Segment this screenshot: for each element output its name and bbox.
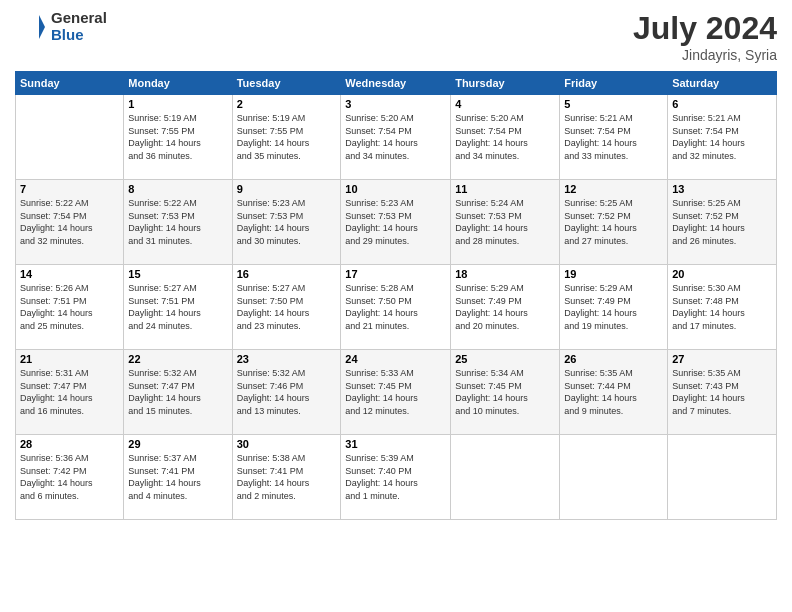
col-saturday: Saturday	[668, 72, 777, 95]
day-info: Sunrise: 5:32 AMSunset: 7:46 PMDaylight:…	[237, 367, 337, 417]
col-wednesday: Wednesday	[341, 72, 451, 95]
table-row: 5Sunrise: 5:21 AMSunset: 7:54 PMDaylight…	[560, 95, 668, 180]
table-row: 6Sunrise: 5:21 AMSunset: 7:54 PMDaylight…	[668, 95, 777, 180]
day-number: 20	[672, 268, 772, 280]
day-info: Sunrise: 5:20 AMSunset: 7:54 PMDaylight:…	[345, 112, 446, 162]
day-info: Sunrise: 5:39 AMSunset: 7:40 PMDaylight:…	[345, 452, 446, 502]
day-info: Sunrise: 5:19 AMSunset: 7:55 PMDaylight:…	[237, 112, 337, 162]
page-header: General Blue July 2024 Jindayris, Syria	[15, 10, 777, 63]
col-friday: Friday	[560, 72, 668, 95]
table-row: 20Sunrise: 5:30 AMSunset: 7:48 PMDayligh…	[668, 265, 777, 350]
day-number: 2	[237, 98, 337, 110]
calendar-week-row: 28Sunrise: 5:36 AMSunset: 7:42 PMDayligh…	[16, 435, 777, 520]
table-row: 17Sunrise: 5:28 AMSunset: 7:50 PMDayligh…	[341, 265, 451, 350]
day-number: 6	[672, 98, 772, 110]
day-number: 14	[20, 268, 119, 280]
day-info: Sunrise: 5:28 AMSunset: 7:50 PMDaylight:…	[345, 282, 446, 332]
table-row: 25Sunrise: 5:34 AMSunset: 7:45 PMDayligh…	[451, 350, 560, 435]
table-row: 14Sunrise: 5:26 AMSunset: 7:51 PMDayligh…	[16, 265, 124, 350]
calendar-week-row: 21Sunrise: 5:31 AMSunset: 7:47 PMDayligh…	[16, 350, 777, 435]
day-number: 11	[455, 183, 555, 195]
day-info: Sunrise: 5:21 AMSunset: 7:54 PMDaylight:…	[564, 112, 663, 162]
day-info: Sunrise: 5:22 AMSunset: 7:53 PMDaylight:…	[128, 197, 227, 247]
day-number: 22	[128, 353, 227, 365]
day-number: 16	[237, 268, 337, 280]
day-number: 26	[564, 353, 663, 365]
table-row: 10Sunrise: 5:23 AMSunset: 7:53 PMDayligh…	[341, 180, 451, 265]
day-number: 27	[672, 353, 772, 365]
svg-marker-0	[39, 15, 45, 39]
table-row: 13Sunrise: 5:25 AMSunset: 7:52 PMDayligh…	[668, 180, 777, 265]
table-row: 2Sunrise: 5:19 AMSunset: 7:55 PMDaylight…	[232, 95, 341, 180]
table-row: 9Sunrise: 5:23 AMSunset: 7:53 PMDaylight…	[232, 180, 341, 265]
day-number: 9	[237, 183, 337, 195]
logo: General Blue	[15, 10, 107, 43]
day-number: 8	[128, 183, 227, 195]
day-number: 12	[564, 183, 663, 195]
table-row: 27Sunrise: 5:35 AMSunset: 7:43 PMDayligh…	[668, 350, 777, 435]
logo-icon	[15, 11, 47, 43]
day-number: 1	[128, 98, 227, 110]
table-row: 31Sunrise: 5:39 AMSunset: 7:40 PMDayligh…	[341, 435, 451, 520]
day-number: 24	[345, 353, 446, 365]
day-number: 19	[564, 268, 663, 280]
day-info: Sunrise: 5:25 AMSunset: 7:52 PMDaylight:…	[672, 197, 772, 247]
month-year: July 2024	[633, 10, 777, 47]
day-info: Sunrise: 5:32 AMSunset: 7:47 PMDaylight:…	[128, 367, 227, 417]
calendar-week-row: 14Sunrise: 5:26 AMSunset: 7:51 PMDayligh…	[16, 265, 777, 350]
day-info: Sunrise: 5:29 AMSunset: 7:49 PMDaylight:…	[564, 282, 663, 332]
col-monday: Monday	[124, 72, 232, 95]
day-info: Sunrise: 5:21 AMSunset: 7:54 PMDaylight:…	[672, 112, 772, 162]
day-info: Sunrise: 5:24 AMSunset: 7:53 PMDaylight:…	[455, 197, 555, 247]
table-row: 3Sunrise: 5:20 AMSunset: 7:54 PMDaylight…	[341, 95, 451, 180]
day-info: Sunrise: 5:23 AMSunset: 7:53 PMDaylight:…	[345, 197, 446, 247]
table-row: 12Sunrise: 5:25 AMSunset: 7:52 PMDayligh…	[560, 180, 668, 265]
location: Jindayris, Syria	[633, 47, 777, 63]
day-info: Sunrise: 5:25 AMSunset: 7:52 PMDaylight:…	[564, 197, 663, 247]
calendar-header-row: Sunday Monday Tuesday Wednesday Thursday…	[16, 72, 777, 95]
table-row: 28Sunrise: 5:36 AMSunset: 7:42 PMDayligh…	[16, 435, 124, 520]
day-number: 3	[345, 98, 446, 110]
day-info: Sunrise: 5:29 AMSunset: 7:49 PMDaylight:…	[455, 282, 555, 332]
day-number: 4	[455, 98, 555, 110]
day-number: 29	[128, 438, 227, 450]
table-row: 18Sunrise: 5:29 AMSunset: 7:49 PMDayligh…	[451, 265, 560, 350]
table-row: 8Sunrise: 5:22 AMSunset: 7:53 PMDaylight…	[124, 180, 232, 265]
col-sunday: Sunday	[16, 72, 124, 95]
day-number: 23	[237, 353, 337, 365]
day-info: Sunrise: 5:37 AMSunset: 7:41 PMDaylight:…	[128, 452, 227, 502]
day-number: 30	[237, 438, 337, 450]
col-tuesday: Tuesday	[232, 72, 341, 95]
day-info: Sunrise: 5:35 AMSunset: 7:43 PMDaylight:…	[672, 367, 772, 417]
day-info: Sunrise: 5:38 AMSunset: 7:41 PMDaylight:…	[237, 452, 337, 502]
logo-general: General	[51, 10, 107, 27]
logo-text: General Blue	[51, 10, 107, 43]
table-row	[451, 435, 560, 520]
day-info: Sunrise: 5:22 AMSunset: 7:54 PMDaylight:…	[20, 197, 119, 247]
table-row	[16, 95, 124, 180]
calendar-table: Sunday Monday Tuesday Wednesday Thursday…	[15, 71, 777, 520]
table-row: 26Sunrise: 5:35 AMSunset: 7:44 PMDayligh…	[560, 350, 668, 435]
table-row: 30Sunrise: 5:38 AMSunset: 7:41 PMDayligh…	[232, 435, 341, 520]
day-info: Sunrise: 5:35 AMSunset: 7:44 PMDaylight:…	[564, 367, 663, 417]
day-info: Sunrise: 5:27 AMSunset: 7:51 PMDaylight:…	[128, 282, 227, 332]
day-info: Sunrise: 5:36 AMSunset: 7:42 PMDaylight:…	[20, 452, 119, 502]
day-number: 15	[128, 268, 227, 280]
day-number: 21	[20, 353, 119, 365]
day-number: 13	[672, 183, 772, 195]
title-block: July 2024 Jindayris, Syria	[633, 10, 777, 63]
table-row: 22Sunrise: 5:32 AMSunset: 7:47 PMDayligh…	[124, 350, 232, 435]
calendar-week-row: 7Sunrise: 5:22 AMSunset: 7:54 PMDaylight…	[16, 180, 777, 265]
day-info: Sunrise: 5:20 AMSunset: 7:54 PMDaylight:…	[455, 112, 555, 162]
table-row: 21Sunrise: 5:31 AMSunset: 7:47 PMDayligh…	[16, 350, 124, 435]
table-row: 16Sunrise: 5:27 AMSunset: 7:50 PMDayligh…	[232, 265, 341, 350]
table-row	[668, 435, 777, 520]
day-number: 5	[564, 98, 663, 110]
day-number: 7	[20, 183, 119, 195]
col-thursday: Thursday	[451, 72, 560, 95]
day-info: Sunrise: 5:23 AMSunset: 7:53 PMDaylight:…	[237, 197, 337, 247]
table-row: 4Sunrise: 5:20 AMSunset: 7:54 PMDaylight…	[451, 95, 560, 180]
day-info: Sunrise: 5:31 AMSunset: 7:47 PMDaylight:…	[20, 367, 119, 417]
table-row	[560, 435, 668, 520]
table-row: 1Sunrise: 5:19 AMSunset: 7:55 PMDaylight…	[124, 95, 232, 180]
